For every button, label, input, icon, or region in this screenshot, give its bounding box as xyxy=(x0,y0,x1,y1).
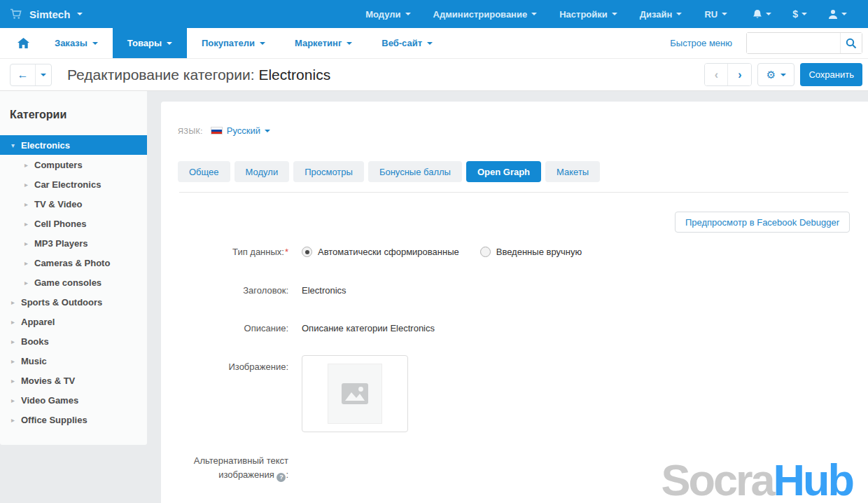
nav-item[interactable]: Покупатели xyxy=(187,28,280,58)
tree-toggle-icon[interactable] xyxy=(24,200,34,208)
nav-item[interactable]: Маркетинг xyxy=(280,28,367,58)
help-icon[interactable]: ? xyxy=(276,473,286,482)
tree-toggle-icon[interactable] xyxy=(11,397,21,404)
chevron-down-icon xyxy=(722,13,727,18)
tab[interactable]: Макеты xyxy=(545,161,600,182)
category-label: Car Electronics xyxy=(34,179,101,190)
topbar-menu-item[interactable]: Настройки xyxy=(559,9,617,20)
nav-item[interactable]: Товары xyxy=(113,28,187,58)
category-label: Books xyxy=(21,336,49,347)
og-image-row: Изображение: xyxy=(178,355,850,432)
next-record-button[interactable]: › xyxy=(728,64,751,85)
search-button[interactable] xyxy=(840,33,862,53)
tab[interactable]: Просмотры xyxy=(293,161,364,182)
tree-toggle-icon[interactable] xyxy=(24,240,34,247)
topbar-menu-label: Дизайн xyxy=(640,9,673,20)
tree-toggle-icon[interactable] xyxy=(11,377,21,385)
chevron-down-icon xyxy=(612,13,617,18)
tab-label: Модули xyxy=(246,167,279,177)
notifications-menu[interactable] xyxy=(752,9,771,20)
tree-toggle-icon[interactable] xyxy=(11,318,21,326)
radio-manual-label: Введенные вручную xyxy=(496,247,582,257)
nav-item[interactable]: Веб-сайт xyxy=(367,28,447,58)
chevron-down-icon xyxy=(427,42,433,48)
category-tree-item[interactable]: Movies & TV xyxy=(0,371,147,390)
category-label: Movies & TV xyxy=(21,375,75,386)
save-button[interactable]: Сохранить xyxy=(800,63,862,86)
tab[interactable]: Общее xyxy=(178,161,230,182)
category-tree-item[interactable]: TV & Video xyxy=(0,194,147,214)
quick-menu-link[interactable]: Быстрое меню xyxy=(670,38,732,48)
tree-toggle-icon[interactable] xyxy=(11,298,21,306)
topbar: Simtech Модули Администрирование Настрой… xyxy=(0,0,868,28)
category-tree-item[interactable]: Electronics xyxy=(0,135,147,155)
tree-toggle-icon[interactable] xyxy=(11,142,21,149)
category-tree-item[interactable]: Office Supplies xyxy=(0,410,147,429)
tree-toggle-icon[interactable] xyxy=(24,220,34,228)
category-tree-item[interactable]: MP3 Players xyxy=(0,233,147,253)
image-upload-box[interactable] xyxy=(302,355,408,432)
chevron-down-icon xyxy=(841,13,847,18)
tree-toggle-icon[interactable] xyxy=(24,181,34,188)
page-title: Редактирование категории: Electronics xyxy=(67,67,330,83)
tree-toggle-icon[interactable] xyxy=(11,338,21,345)
radio-unchecked-icon[interactable] xyxy=(480,247,491,257)
user-icon xyxy=(828,9,838,20)
nav-item-label: Заказы xyxy=(55,38,88,48)
tab[interactable]: Модули xyxy=(234,161,290,182)
category-label: Cell Phones xyxy=(34,219,86,229)
page-title-prefix: Редактирование категории: xyxy=(67,67,255,83)
category-label: Apparel xyxy=(21,317,55,327)
category-tree-item[interactable]: Game consoles xyxy=(0,273,147,292)
prev-record-button[interactable]: ‹ xyxy=(705,64,728,85)
chevron-down-icon xyxy=(780,74,786,79)
image-placeholder-icon xyxy=(342,383,368,404)
data-type-radio-group: Автоматически сформированные Введенные в… xyxy=(302,247,582,257)
chevron-down-icon xyxy=(41,74,46,79)
category-tree-item[interactable]: Cell Phones xyxy=(0,214,147,233)
category-tree-item[interactable]: Music xyxy=(0,351,147,371)
topbar-menu-item[interactable]: Модули xyxy=(365,9,410,20)
tree-toggle-icon[interactable] xyxy=(24,161,34,169)
radio-manual[interactable]: Введенные вручную xyxy=(480,247,582,257)
search-input[interactable] xyxy=(747,33,840,53)
back-history-toggle[interactable] xyxy=(36,64,51,85)
chevron-down-icon xyxy=(405,13,411,18)
radio-auto-label: Автоматически сформированные xyxy=(318,247,459,257)
topbar-menu-item[interactable]: RU xyxy=(704,9,727,20)
nav-item[interactable]: Заказы xyxy=(40,28,113,58)
category-label: Video Games xyxy=(21,395,78,406)
radio-auto-generated[interactable]: Автоматически сформированные xyxy=(302,247,459,257)
tab[interactable]: Open Graph xyxy=(466,161,541,182)
topbar-menu-item[interactable]: Дизайн xyxy=(640,9,682,20)
topbar-menu-item[interactable]: Администрирование xyxy=(433,9,538,20)
facebook-debugger-button[interactable]: Предпросмотр в Facebook Debugger xyxy=(675,212,850,233)
category-tree-item[interactable]: Video Games xyxy=(0,390,147,410)
category-tree-item[interactable]: Sports & Outdoors xyxy=(0,292,147,312)
category-label: Sports & Outdoors xyxy=(21,297,102,308)
radio-checked-icon[interactable] xyxy=(302,247,312,257)
tree-toggle-icon[interactable] xyxy=(24,259,34,267)
home-button[interactable] xyxy=(7,28,40,58)
dollar-icon: $ xyxy=(792,8,798,20)
settings-dropdown-button[interactable]: ⚙ xyxy=(757,63,794,86)
user-menu[interactable] xyxy=(828,9,847,20)
category-tree-item[interactable]: Books xyxy=(0,331,147,351)
back-button[interactable]: ← xyxy=(10,64,36,85)
topbar-icon-menus: $ xyxy=(752,8,847,20)
tree-toggle-icon[interactable] xyxy=(11,416,21,424)
currency-menu[interactable]: $ xyxy=(792,8,807,20)
category-tree-item[interactable]: Computers xyxy=(0,155,147,174)
brand-menu[interactable]: Simtech xyxy=(10,8,83,20)
chevron-down-icon xyxy=(802,13,807,18)
category-tree-item[interactable]: Car Electronics xyxy=(0,174,147,194)
language-selector[interactable]: Русский xyxy=(211,125,270,136)
chevron-down-icon xyxy=(167,42,172,48)
category-tree-item[interactable]: Cameras & Photo xyxy=(0,253,147,273)
tree-toggle-icon[interactable] xyxy=(11,357,21,365)
tree-toggle-icon[interactable] xyxy=(24,279,34,287)
category-tree-item[interactable]: Apparel xyxy=(0,312,147,331)
tab[interactable]: Бонусные баллы xyxy=(368,161,462,182)
tabs: Общее Модули Просмотры Бонусные баллы Op… xyxy=(178,161,850,182)
tab-label: Макеты xyxy=(556,167,589,177)
